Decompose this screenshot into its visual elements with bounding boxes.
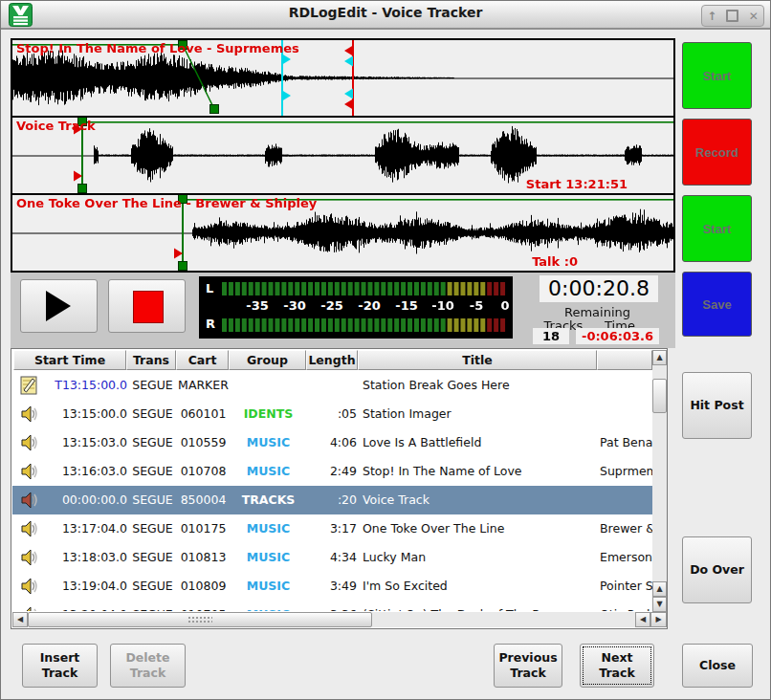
cell-length: 3:17	[307, 521, 357, 536]
cell-start-time: 13:19:04.0	[47, 579, 127, 593]
scroll-up-button[interactable]: ▲	[652, 350, 667, 365]
cell-trans: SEGUE	[128, 492, 177, 507]
cell-title: Lucky Man	[363, 550, 598, 564]
meter-scale-label: -10	[431, 298, 454, 313]
cell-group: MUSIC	[230, 521, 307, 536]
meter-right-label: R	[206, 317, 215, 331]
column-header-title[interactable]: Title	[358, 350, 597, 370]
cell-group: MUSIC	[230, 435, 307, 449]
next-track-button[interactable]: Next Track	[580, 644, 654, 688]
cell-cart: MARKER	[177, 378, 230, 392]
start-time-overlay: Start 13:21:51	[526, 177, 628, 191]
column-header-start-time[interactable]: Start Time	[13, 350, 126, 370]
meter-scale-label: 0	[500, 298, 509, 313]
track-pane-previous-cart[interactable]: Stop! In The Name of Love - Suprmemes	[12, 40, 673, 116]
time-remaining-value: -0:06:03.6	[576, 328, 659, 344]
cell-trans: SEGUE	[128, 378, 177, 392]
speaker-icon	[20, 491, 41, 513]
record-button[interactable]: Record	[682, 119, 752, 186]
waveform-area: Stop! In The Name of Love - Suprmemes Vo…	[11, 38, 675, 273]
log-entry-row[interactable]: 13:17:04.0SEGUE010175MUSIC3:17One Toke O…	[12, 514, 653, 543]
audio-level-meter: L R -35-30-25-20-15-10-50	[199, 276, 513, 339]
column-header-extra[interactable]	[597, 350, 652, 370]
log-entry-row[interactable]: 13:15:00.0SEGUE060101IDENTS:05Station Im…	[12, 400, 653, 428]
cell-length: 3:49	[307, 579, 357, 593]
column-header-trans[interactable]: Trans	[126, 350, 176, 370]
meter-scale-label: -35	[246, 298, 269, 313]
cell-artist: Suprmemes	[600, 464, 653, 478]
column-header-length[interactable]: Length	[306, 350, 358, 370]
cell-trans: SEGUE	[128, 607, 177, 611]
log-entry-row[interactable]: 13:20:04.0SEGUE010705MUSIC3:36(Sittin' O…	[12, 601, 653, 611]
speaker-icon	[20, 577, 41, 599]
cell-artist: Brewer & Shipley	[600, 521, 653, 536]
track-pane-next-cart[interactable]: One Toke Over The Line - Brewer & Shiple…	[12, 195, 673, 271]
track-pane-voice-track[interactable]: Voice Track Start 13:21:51	[12, 118, 673, 193]
do-over-button[interactable]: Do Over	[682, 536, 752, 603]
cell-trans: SEGUE	[128, 550, 177, 564]
track-title: Stop! In The Name of Love - Suprmemes	[16, 41, 299, 55]
save-button[interactable]: Save	[682, 272, 752, 337]
track-title: Voice Track	[16, 119, 96, 133]
scroll-down-button[interactable]: ▼	[652, 597, 667, 612]
cell-artist: Emerson, Lake	[600, 550, 653, 564]
cell-title: I'm So Excited	[363, 579, 598, 593]
log-entry-row[interactable]: T13:15:00.0SEGUEMARKERStation Break Goes…	[12, 371, 653, 400]
cell-trans: SEGUE	[128, 464, 177, 478]
column-header-group[interactable]: Group	[229, 350, 306, 370]
delete-track-button[interactable]: Delete Track	[110, 644, 186, 688]
speaker-icon	[20, 462, 41, 484]
voice-tracker-window: RDLogEdit - Voice Tracker ↑ ✕ Stop! In T…	[0, 0, 771, 700]
vertical-scroll-thumb[interactable]	[652, 379, 667, 413]
cell-length: 3:36	[307, 607, 357, 611]
cell-cart: 010559	[177, 435, 230, 449]
close-window-button[interactable]: ✕	[749, 11, 759, 22]
log-entry-row[interactable]: 13:16:03.0SEGUE010708MUSIC2:49Stop! In T…	[12, 457, 653, 486]
title-bar[interactable]: RDLogEdit - Voice Tracker ↑ ✕	[1, 1, 770, 30]
cell-group: MUSIC	[230, 464, 307, 478]
note-icon	[20, 376, 38, 398]
start-next-button[interactable]: Start	[682, 195, 752, 262]
cell-start-time: 13:15:00.0	[47, 406, 127, 421]
stop-button[interactable]	[108, 279, 186, 333]
horizontal-scroll-thumb[interactable]	[28, 612, 372, 627]
cell-group: MUSIC	[230, 579, 307, 593]
cell-cart: 010813	[177, 550, 230, 564]
close-button[interactable]: Close	[682, 644, 753, 688]
cell-length: :05	[307, 406, 357, 421]
shade-window-button[interactable]: ↑	[707, 11, 716, 22]
cell-cart: 850004	[177, 492, 230, 507]
scroll-left-button[interactable]: ◀	[12, 612, 28, 627]
cell-trans: SEGUE	[128, 521, 177, 536]
horizontal-scrollbar[interactable]: ◀ ◀ ▶	[12, 612, 667, 627]
log-entry-row[interactable]: 13:19:04.0SEGUE010809MUSIC3:49I'm So Exc…	[12, 572, 653, 601]
cell-cart: 010705	[177, 607, 230, 611]
cell-start-time: 13:17:04.0	[47, 521, 127, 536]
meter-bar-left	[222, 282, 507, 295]
track-title: One Toke Over The Line - Brewer & Shiple…	[16, 196, 317, 210]
start-previous-button[interactable]: Start	[682, 42, 752, 109]
cell-group: IDENTS	[230, 406, 307, 421]
previous-track-button[interactable]: Previous Track	[494, 644, 562, 688]
log-entry-row[interactable]: 13:15:03.0SEGUE010559MUSIC4:06Love Is A …	[12, 428, 653, 457]
stop-icon	[133, 291, 164, 323]
play-button[interactable]	[20, 279, 98, 333]
hit-post-button[interactable]: Hit Post	[682, 372, 752, 439]
log-entry-row[interactable]: 00:00:00.0SEGUE850004TRACKS:20Voice Trac…	[12, 486, 653, 514]
speaker-icon	[20, 405, 41, 427]
cell-artist: Pointer Sisters	[600, 579, 653, 593]
log-entry-row[interactable]: 13:18:03.0SEGUE010813MUSIC4:34Lucky ManE…	[12, 543, 653, 572]
maximize-button[interactable]	[726, 10, 738, 22]
insert-track-button[interactable]: Insert Track	[22, 644, 98, 688]
meter-scale-label: -25	[320, 298, 343, 313]
speaker-icon	[20, 605, 41, 611]
scroll-left-button-2[interactable]: ◀	[635, 612, 650, 627]
cell-title: Stop! In The Name of Love	[363, 464, 598, 478]
column-header-cart[interactable]: Cart	[176, 350, 229, 370]
cell-start-time: 00:00:00.0	[47, 492, 127, 507]
play-icon	[46, 291, 71, 321]
vertical-scrollbar[interactable]: ▲ ▲ ▼	[652, 350, 667, 612]
scroll-up-button-2[interactable]: ▲	[652, 581, 667, 597]
scroll-right-button[interactable]: ▶	[650, 612, 667, 627]
cell-group: MUSIC	[230, 607, 307, 611]
